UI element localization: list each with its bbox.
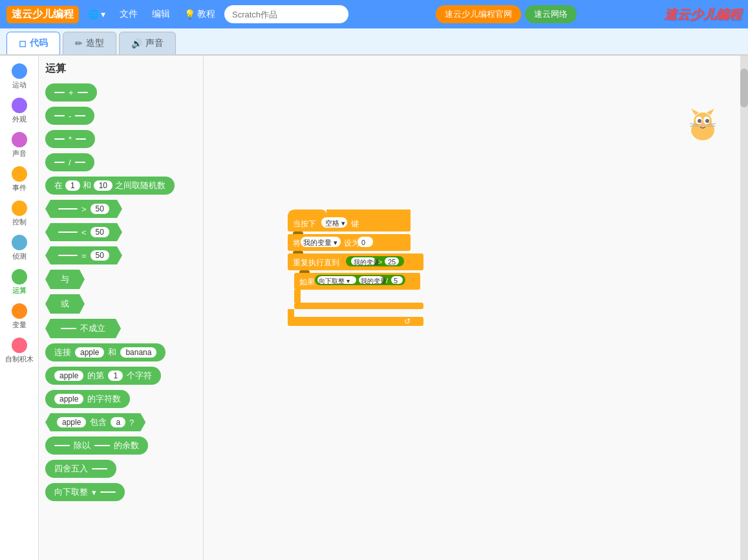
block-lt-op: < <box>81 228 87 237</box>
svg-text:↺: ↺ <box>404 317 411 326</box>
block-random-and: 和 <box>83 180 91 191</box>
svg-rect-15 <box>299 210 325 217</box>
cat-sound-label: 声音 <box>12 149 27 158</box>
svg-text:将: 将 <box>292 239 301 248</box>
official-btn[interactable]: 速云少儿编程官网 <box>436 5 521 23</box>
block-and-row: 与 <box>45 270 197 289</box>
sound-icon: 🔊 <box>131 38 142 48</box>
block-letter[interactable]: apple 的第 1 个字符 <box>45 367 161 385</box>
block-plus[interactable]: + <box>45 83 97 102</box>
block-random-in: 在 <box>54 180 63 191</box>
svg-rect-49 <box>294 303 423 309</box>
block-lt-val: 50 <box>91 227 109 237</box>
block-and-label: 与 <box>61 274 69 285</box>
block-contains-label: 包含 <box>90 416 107 428</box>
block-letter-str: apple <box>54 371 83 381</box>
categories-panel: 运动 外观 声音 事件 控制 侦测 运算 变量 <box>0 56 39 560</box>
block-join-val1: apple <box>75 347 104 358</box>
block-plus-input-right <box>78 92 88 93</box>
svg-point-7 <box>705 119 709 123</box>
cat-myblocks-dot <box>12 338 27 353</box>
cat-events-dot <box>12 166 27 182</box>
block-or-row: 或 <box>45 294 197 314</box>
block-not-row: 不成立 <box>45 319 197 338</box>
cat-myblocks[interactable]: 自制积木 <box>0 335 38 367</box>
svg-point-6 <box>698 119 701 123</box>
cat-sensing[interactable]: 侦测 <box>0 232 38 264</box>
cat-looks-label: 外观 <box>12 114 27 124</box>
block-join[interactable]: 连接 apple 和 banana <box>45 343 166 361</box>
svg-text:5: 5 <box>394 277 398 285</box>
cat-variables[interactable]: 变量 <box>0 301 38 332</box>
block-not[interactable]: 不成立 <box>45 319 121 338</box>
code-icon: ◻ <box>19 38 27 48</box>
scroll-thumb <box>740 69 748 107</box>
panel-title: 运算 <box>45 62 197 76</box>
svg-text:我的变量: 我的变量 <box>361 277 387 285</box>
block-gt-row: > 50 <box>45 200 197 218</box>
cat-events[interactable]: 事件 <box>0 164 38 195</box>
block-random[interactable]: 在 1 和 10 之间取随机数 <box>45 177 175 195</box>
tab-code[interactable]: ◻ 代码 <box>6 32 60 54</box>
block-multiply[interactable]: * <box>45 130 95 148</box>
pencil-icon: ✏ <box>75 38 83 48</box>
block-mod-left <box>54 445 70 446</box>
cat-variables-label: 变量 <box>12 320 27 330</box>
block-round-row: 四舍五入 <box>45 460 197 478</box>
network-btn[interactable]: 速云网络 <box>525 5 577 23</box>
lightbulb-icon: 💡 <box>184 9 195 19</box>
main-layout: 运动 外观 声音 事件 控制 侦测 运算 变量 <box>0 56 748 560</box>
cat-sound[interactable]: 声音 <box>0 129 38 161</box>
block-random-row: 在 1 和 10 之间取随机数 <box>45 177 197 195</box>
block-or[interactable]: 或 <box>45 294 85 314</box>
block-floor-label: 向下取整 <box>54 486 88 498</box>
cat-operators[interactable]: 运算 <box>0 266 38 298</box>
block-round[interactable]: 四舍五入 <box>45 460 116 478</box>
cat-control[interactable]: 控制 <box>0 198 38 230</box>
block-minus[interactable]: - <box>45 107 94 125</box>
file-btn[interactable]: 文件 <box>114 6 143 23</box>
cat-myblocks-label: 自制积木 <box>5 354 34 364</box>
canvas-code-blocks: 当按下 空格 ▾ 键 将 我的变量 ▾ 设为 0 重复执行直到 <box>281 204 436 336</box>
block-mod-label1: 除以 <box>74 440 91 451</box>
block-mod[interactable]: 除以 的余数 <box>45 436 148 455</box>
globe-btn[interactable]: 🌐 ▾ <box>83 6 111 22</box>
brand-logo-left: 速云少儿编程 <box>6 6 79 23</box>
block-floor-arrow: ▾ <box>92 488 96 497</box>
block-eq[interactable]: = 50 <box>45 246 122 264</box>
block-length-label: 的字符数 <box>87 393 121 405</box>
block-divide[interactable]: / <box>45 153 94 171</box>
tab-sound[interactable]: 🔊 声音 <box>119 32 176 54</box>
edit-btn[interactable]: 编辑 <box>147 6 175 23</box>
block-floor-slot <box>100 491 116 493</box>
cat-control-dot <box>12 200 27 216</box>
svg-text:0: 0 <box>361 239 365 246</box>
search-input[interactable] <box>224 5 348 23</box>
tutorial-btn[interactable]: 💡 教程 <box>179 6 220 23</box>
cat-looks[interactable]: 外观 <box>0 95 38 127</box>
block-floor[interactable]: 向下取整 ▾ <box>45 483 125 501</box>
block-eq-op: = <box>81 251 87 261</box>
block-length[interactable]: apple 的字符数 <box>45 390 130 408</box>
block-plus-row: + <box>45 83 197 102</box>
canvas-blocks-svg[interactable]: 当按下 空格 ▾ 键 将 我的变量 ▾ 设为 0 重复执行直到 <box>281 204 436 334</box>
block-divide-row: / <box>45 153 197 171</box>
tabs-bar: ◻ 代码 ✏ 造型 🔊 声音 <box>0 28 748 56</box>
cat-motion[interactable]: 运动 <box>0 61 38 92</box>
scroll-indicator[interactable] <box>740 56 748 560</box>
block-divide-input-left <box>54 162 65 163</box>
block-letter-label: 的第 <box>87 370 104 382</box>
block-gt[interactable]: > 50 <box>45 200 122 218</box>
svg-point-8 <box>701 124 705 126</box>
svg-text:25: 25 <box>388 258 396 266</box>
block-lt-left <box>58 232 78 233</box>
block-plus-op: + <box>69 88 74 98</box>
block-and[interactable]: 与 <box>45 270 85 289</box>
cat-sensing-label: 侦测 <box>12 252 27 261</box>
block-contains-row: apple 包含 a ? <box>45 413 197 431</box>
block-mod-right <box>94 445 110 446</box>
tab-costume[interactable]: ✏ 造型 <box>63 32 116 54</box>
block-contains[interactable]: apple 包含 a ? <box>45 413 145 431</box>
block-mod-label2: 的余数 <box>114 440 139 451</box>
block-lt[interactable]: < 50 <box>45 223 122 241</box>
